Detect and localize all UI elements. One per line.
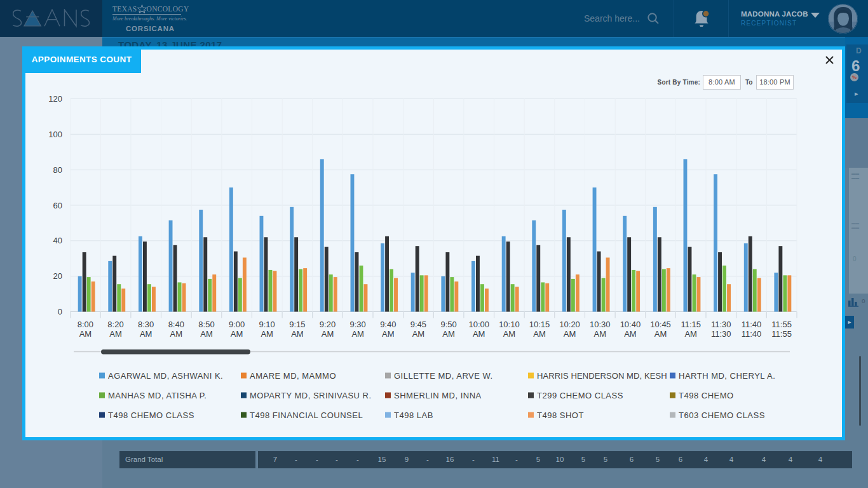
svg-text:MANHAS MD, ATISHA P.: MANHAS MD, ATISHA P. — [108, 391, 207, 400]
svg-text:T498 SHOT: T498 SHOT — [537, 410, 584, 420]
svg-text:AM: AM — [594, 329, 607, 339]
svg-text:AM: AM — [170, 329, 183, 339]
svg-text:11:40: 11:40 — [742, 329, 762, 339]
svg-text:9:15: 9:15 — [289, 320, 305, 329]
svg-text:AM: AM — [564, 329, 576, 339]
svg-text:9:45: 9:45 — [410, 320, 426, 329]
svg-text:8:40: 8:40 — [168, 320, 184, 329]
svg-text:AM: AM — [654, 329, 667, 339]
svg-text:AM: AM — [442, 329, 455, 339]
svg-text:HARRIS HENDERSON MD, KESH: HARRIS HENDERSON MD, KESH — [537, 371, 667, 381]
svg-text:AM: AM — [140, 329, 153, 339]
svg-text:80: 80 — [53, 165, 62, 175]
svg-text:HARTH MD, CHERYL A.: HARTH MD, CHERYL A. — [679, 371, 775, 381]
svg-text:AM: AM — [200, 329, 213, 339]
svg-text:9:50: 9:50 — [440, 320, 456, 329]
svg-text:9:10: 9:10 — [259, 320, 275, 329]
svg-text:8:30: 8:30 — [138, 320, 154, 329]
svg-text:20: 20 — [53, 271, 62, 281]
svg-text:11:15: 11:15 — [681, 320, 701, 329]
svg-text:AM: AM — [533, 329, 546, 339]
svg-text:T603 CHEMO CLASS: T603 CHEMO CLASS — [679, 410, 765, 420]
svg-text:10:10: 10:10 — [499, 320, 520, 329]
svg-text:0: 0 — [58, 307, 62, 316]
svg-text:8:50: 8:50 — [198, 320, 214, 329]
svg-text:T498 FINANCIAL COUNSEL: T498 FINANCIAL COUNSEL — [250, 410, 363, 420]
svg-text:T498 CHEMO: T498 CHEMO — [679, 391, 734, 400]
svg-text:11:55: 11:55 — [771, 320, 792, 329]
svg-text:GILLETTE MD, ARVE W.: GILLETTE MD, ARVE W. — [394, 371, 493, 381]
svg-text:AM: AM — [473, 329, 485, 339]
svg-text:AM: AM — [261, 329, 273, 339]
svg-text:SHMERLIN MD, INNA: SHMERLIN MD, INNA — [394, 391, 482, 400]
svg-text:8:20: 8:20 — [107, 320, 123, 329]
svg-text:AM: AM — [503, 329, 516, 339]
svg-text:11:30: 11:30 — [711, 320, 731, 329]
svg-text:AM: AM — [79, 329, 92, 339]
svg-text:11:30: 11:30 — [711, 329, 731, 339]
svg-text:AM: AM — [231, 329, 243, 339]
svg-text:AM: AM — [412, 329, 425, 339]
svg-text:10:00: 10:00 — [468, 320, 489, 329]
svg-text:120: 120 — [48, 94, 62, 104]
svg-text:T498 LAB: T498 LAB — [394, 410, 433, 420]
svg-text:AM: AM — [291, 329, 304, 339]
svg-text:10:40: 10:40 — [620, 320, 641, 329]
svg-text:9:30: 9:30 — [350, 320, 366, 329]
svg-text:10:15: 10:15 — [529, 320, 550, 329]
svg-text:AM: AM — [109, 329, 122, 339]
svg-text:100: 100 — [48, 130, 62, 139]
svg-text:AM: AM — [624, 329, 637, 339]
svg-text:40: 40 — [53, 236, 62, 245]
svg-text:9:40: 9:40 — [380, 320, 396, 329]
svg-text:AGARWAL MD, ASHWANI K.: AGARWAL MD, ASHWANI K. — [108, 371, 223, 381]
svg-text:11:55: 11:55 — [771, 329, 792, 339]
svg-text:9:20: 9:20 — [320, 320, 336, 329]
svg-text:10:20: 10:20 — [559, 320, 580, 329]
svg-text:AM: AM — [351, 329, 364, 339]
svg-text:9:00: 9:00 — [229, 320, 245, 329]
svg-text:11:40: 11:40 — [742, 320, 762, 329]
svg-text:T299 CHEMO CLASS: T299 CHEMO CLASS — [537, 391, 623, 400]
svg-text:T498 CHEMO CLASS: T498 CHEMO CLASS — [108, 410, 194, 420]
svg-text:10:45: 10:45 — [650, 320, 671, 329]
svg-text:AMARE MD, MAMMO: AMARE MD, MAMMO — [250, 371, 336, 381]
svg-text:MOPARTY MD, SRINIVASU R.: MOPARTY MD, SRINIVASU R. — [250, 391, 372, 400]
svg-text:AM: AM — [684, 329, 697, 339]
svg-text:8:00: 8:00 — [78, 320, 93, 329]
svg-text:10:30: 10:30 — [590, 320, 611, 329]
svg-text:AM: AM — [322, 329, 334, 339]
svg-text:60: 60 — [53, 201, 62, 210]
svg-text:AM: AM — [382, 329, 395, 339]
